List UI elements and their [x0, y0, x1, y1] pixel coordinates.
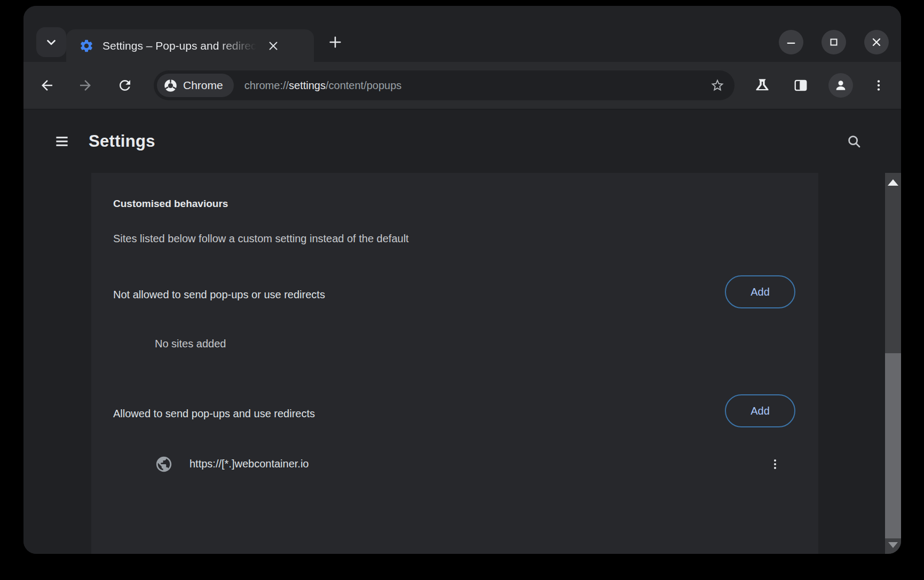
close-icon [870, 36, 883, 49]
url-text: chrome://settings/content/popups [244, 80, 706, 92]
hamburger-icon [54, 133, 70, 149]
reload-button[interactable] [111, 71, 139, 99]
settings-content: Customised behaviours Sites listed below… [23, 173, 901, 554]
minimize-icon [785, 36, 797, 48]
site-info-chip[interactable]: Chrome [157, 74, 234, 97]
tab-search-button[interactable] [36, 27, 66, 57]
back-button[interactable] [33, 71, 61, 99]
site-url: https://[*.]webcontainer.io [189, 458, 309, 470]
add-allowed-site-button[interactable]: Add [725, 394, 795, 427]
settings-menu-button[interactable] [47, 126, 77, 156]
bookmark-button[interactable] [710, 78, 725, 93]
window-minimize-button[interactable] [779, 30, 803, 54]
experiments-button[interactable] [748, 71, 776, 99]
address-bar[interactable]: Chrome chrome://settings/content/popups [154, 70, 735, 100]
window-close-button[interactable] [864, 30, 889, 54]
settings-search-button[interactable] [839, 126, 869, 156]
kebab-menu-icon [768, 457, 782, 471]
scrollbar-thumb[interactable] [885, 353, 901, 538]
settings-header: Settings [23, 109, 901, 173]
tab-settings[interactable]: Settings – Pop-ups and redirects [66, 29, 314, 62]
tab-title: Settings – Pop-ups and redirects [102, 39, 263, 52]
browser-menu-button[interactable] [865, 71, 893, 99]
site-list-item: https://[*.]webcontainer.io [91, 448, 818, 481]
plus-icon [328, 35, 343, 50]
browser-window: Settings – Pop-ups and redirects [23, 6, 901, 554]
new-tab-button[interactable] [323, 30, 348, 54]
arrow-back-icon [39, 77, 55, 93]
side-panel-icon [793, 78, 808, 93]
site-chip-label: Chrome [183, 79, 223, 92]
section-title: Customised behaviours [113, 198, 228, 210]
add-blocked-site-button[interactable]: Add [725, 275, 795, 308]
star-outline-icon [710, 78, 725, 93]
tab-close-button[interactable] [264, 36, 283, 55]
maximize-icon [828, 36, 840, 48]
profile-avatar[interactable] [828, 73, 853, 98]
arrow-forward-icon [77, 77, 93, 93]
blocked-empty-text: No sites added [155, 338, 226, 350]
tab-strip: Settings – Pop-ups and redirects [23, 6, 901, 62]
scroll-up-arrow-icon[interactable] [888, 179, 898, 186]
forward-button[interactable] [72, 71, 99, 99]
browser-toolbar: Chrome chrome://settings/content/popups [23, 62, 901, 109]
page-title: Settings [89, 132, 155, 151]
reload-icon [117, 77, 133, 93]
settings-gear-icon [79, 38, 94, 53]
scrollbar[interactable] [885, 173, 901, 554]
section-subtitle: Sites listed below follow a custom setti… [113, 233, 409, 245]
blocked-list-label: Not allowed to send pop-ups or use redir… [113, 289, 325, 301]
flask-icon [755, 78, 770, 93]
side-panel-button[interactable] [787, 71, 815, 99]
close-icon [267, 40, 279, 52]
url-path: /content/popups [326, 80, 401, 91]
url-scheme: chrome:// [244, 80, 289, 91]
chrome-logo-icon [163, 78, 178, 93]
url-host: settings [289, 80, 326, 91]
person-icon [833, 77, 849, 93]
site-actions-button[interactable] [763, 452, 787, 476]
scroll-down-arrow-icon[interactable] [888, 542, 898, 548]
kebab-menu-icon [872, 78, 886, 92]
popups-settings-card: Customised behaviours Sites listed below… [91, 173, 818, 554]
chevron-down-icon [44, 35, 58, 49]
allowed-list-label: Allowed to send pop-ups and use redirect… [113, 408, 315, 420]
search-icon [846, 133, 862, 149]
globe-icon [155, 455, 173, 473]
window-maximize-button[interactable] [822, 30, 846, 54]
